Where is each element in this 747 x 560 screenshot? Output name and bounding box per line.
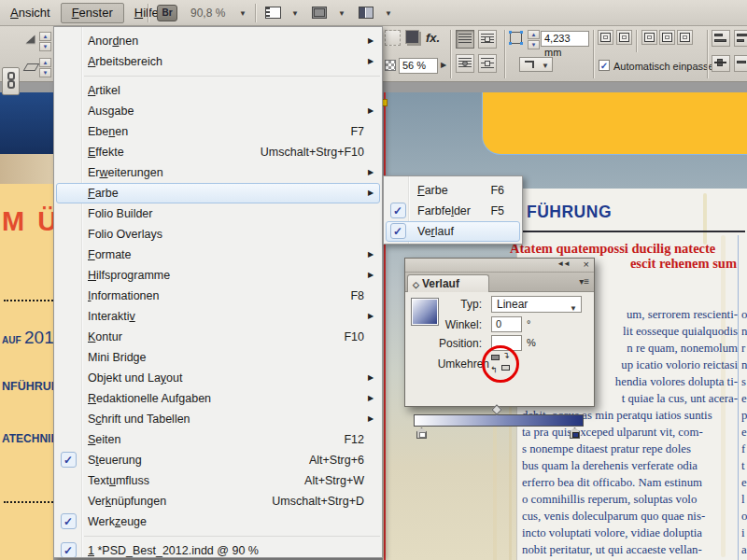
menu-item-label: Artikel — [88, 80, 364, 101]
menu-item-textumfluss[interactable]: TextumflussAlt+Strg+W — [56, 470, 380, 491]
menu-item-artikel[interactable]: Artikel — [56, 80, 380, 101]
menu-separator — [84, 536, 380, 537]
photo-grass-streak — [703, 193, 707, 245]
menu-item-folio-builder[interactable]: Folio Builder — [56, 203, 380, 224]
window-menu-dropdown: Anordnen▶Arbeitsbereich▶ArtikelAusgabe▶E… — [53, 26, 383, 558]
wrap-object-shape-button[interactable] — [456, 54, 474, 73]
position-label: Position: — [439, 337, 482, 350]
autofit-checkbox[interactable]: ✓ — [599, 60, 610, 71]
page-yellow-band — [482, 92, 747, 155]
menu-item-label: Farbe — [88, 183, 364, 203]
rotation-angle-icon — [25, 35, 35, 45]
menu-item-steuerung[interactable]: ✓SteuerungAlt+Strg+6 — [56, 450, 380, 470]
distribute-button-clipped[interactable] — [734, 55, 747, 72]
view-options-dropdown[interactable]: ▼ — [263, 5, 301, 21]
body-text-line-fragment: n — [741, 323, 747, 340]
distribute-button[interactable] — [712, 55, 730, 72]
rotation-angle-stepper[interactable]: ▲▼ — [39, 32, 51, 52]
gradient-type-dropdown[interactable]: Linear▼ — [491, 296, 582, 313]
menu-item-label: Informationen — [88, 286, 350, 306]
panel-title-bar[interactable]: ◄◄ × — [405, 259, 594, 273]
menu-shortcut: F5 — [490, 201, 504, 221]
screen-mode-icon — [312, 7, 327, 19]
drop-shadow-button[interactable] — [405, 30, 419, 44]
gradient-ramp[interactable] — [414, 414, 584, 427]
offset-stepper[interactable]: ▲▼ — [528, 30, 540, 50]
center-content-button[interactable] — [677, 30, 693, 45]
collapse-panels-icon[interactable]: ◄◄ — [557, 259, 570, 268]
opacity-input[interactable]: 56 % — [399, 58, 438, 74]
angle-input[interactable]: 0 — [491, 316, 522, 332]
body-text-line: o comnihillis reperum, soluptas volo — [522, 491, 738, 508]
effects-fx-button[interactable]: fx. — [426, 31, 440, 45]
shear-angle-icon — [23, 63, 40, 71]
fit-frame-to-content-button[interactable] — [616, 30, 632, 45]
menu-item-farbe[interactable]: Farbe▶ — [56, 183, 380, 203]
menu-item-anordnen[interactable]: Anordnen▶ — [56, 31, 380, 51]
align-button-clipped[interactable] — [734, 30, 747, 47]
zoom-dropdown-arrow-icon[interactable]: ▼ — [239, 9, 247, 18]
menu-item-hilfsprogramme[interactable]: Hilfsprogramme▶ — [56, 265, 380, 286]
check-icon: ✓ — [57, 511, 79, 532]
menu-item-werkzeuge[interactable]: ✓Werkzeuge — [56, 511, 380, 532]
menu-item-kontur[interactable]: KonturF10 — [56, 327, 380, 347]
page-heading: FÜHRUNG — [527, 203, 612, 222]
menu-item-ebenen[interactable]: EbenenF7 — [56, 121, 380, 142]
menu-item-label: Mini Bridge — [88, 347, 364, 368]
menu-item-verlauf[interactable]: ✓Verlauf — [386, 221, 520, 242]
fill-frame-proportionally-button[interactable] — [659, 30, 675, 45]
body-text-line-fragment: l — [741, 491, 747, 508]
fit-content-to-frame-button[interactable] — [598, 30, 613, 45]
wrap-none-button[interactable] — [456, 30, 474, 49]
body-text-line: erferro bea dit officabo. Nam estinum — [522, 474, 738, 491]
menu-item-ausgabe[interactable]: Ausgabe▶ — [56, 101, 380, 121]
body-text-line-fragment: f — [741, 441, 747, 457]
menu-item-schrift-und-tabellen[interactable]: Schrift und Tabellen▶ — [56, 409, 380, 429]
menu-item-verknüpfungen[interactable]: VerknüpfungenUmschalt+Strg+D — [56, 491, 380, 511]
arrange-documents-dropdown[interactable]: ▼ — [357, 5, 394, 21]
corner-options-dropdown[interactable]: ▼ — [519, 57, 553, 72]
menu-fenster[interactable]: Fenster — [61, 3, 124, 23]
menu-item-arbeitsbereich[interactable]: Arbeitsbereich▶ — [56, 51, 380, 72]
screen-mode-dropdown[interactable]: ▼ — [310, 5, 347, 21]
constrain-proportions-button[interactable] — [2, 67, 20, 95]
transparency-settings-icon[interactable] — [385, 30, 401, 46]
offset-input[interactable]: 4,233 mm — [541, 31, 589, 47]
menu-item-interaktiv[interactable]: Interaktiv▶ — [56, 306, 380, 327]
menu-item-erweiterungen[interactable]: Erweiterungen▶ — [56, 162, 380, 183]
opacity-flyout-arrow-icon[interactable]: ▶ — [441, 61, 446, 69]
menu-item-informationen[interactable]: InformationenF8 — [56, 286, 380, 306]
menu-ansicht[interactable]: Ansicht — [0, 3, 61, 23]
close-icon[interactable]: × — [584, 259, 588, 270]
menu-item-label: Hilfsprogramme — [88, 265, 364, 286]
gradient-type-value: Linear — [497, 298, 528, 311]
menu-item-farbe[interactable]: FarbeF6 — [386, 180, 520, 201]
dotted-rule — [4, 501, 53, 503]
menu-item-seiten[interactable]: SeitenF12 — [56, 429, 380, 450]
selected-frame-icon — [510, 32, 522, 44]
menu-item-1-psd-best-2012-indd-90[interactable]: ✓1 *PSD_Best_2012.indd @ 90 % — [56, 540, 380, 558]
menu-item-redaktionelle-aufgaben[interactable]: Redaktionelle Aufgaben▶ — [56, 388, 380, 409]
menu-item-mini-bridge[interactable]: Mini Bridge — [56, 347, 380, 368]
opacity-icon — [385, 60, 396, 71]
check-icon: ✓ — [57, 540, 79, 558]
wrap-jump-object-button[interactable] — [478, 54, 497, 73]
menu-item-folio-overlays[interactable]: Folio Overlays — [56, 224, 380, 245]
menu-item-label: Anordnen — [88, 31, 364, 51]
fit-content-proportionally-button[interactable] — [641, 30, 657, 45]
menu-item-formate[interactable]: Formate▶ — [56, 245, 380, 265]
page-navy-band — [0, 92, 53, 154]
bridge-button[interactable]: Br — [157, 5, 177, 21]
wrap-bounding-box-button[interactable] — [478, 30, 497, 49]
body-text-line: nobit peritatur, ut qui accaeste vellan- — [522, 541, 738, 558]
menu-item-objekt-und-layout[interactable]: Objekt und Layout▶ — [56, 368, 380, 388]
tab-verlauf[interactable]: ◇Verlauf — [407, 274, 489, 292]
shear-angle-stepper[interactable]: ▲▼ — [39, 58, 51, 78]
panel-menu-icon[interactable]: ▾≡ — [579, 276, 589, 287]
menu-item-effekte[interactable]: EffekteUmschalt+Strg+F10 — [56, 142, 380, 162]
intro-red-text: Atatem quatempossi ducilig natecte — [510, 241, 715, 257]
zoom-level-value[interactable]: 90,8 % — [190, 7, 225, 20]
panel-tab-row: ◇Verlauf ▾≡ — [405, 273, 594, 292]
align-left-edges-button[interactable] — [712, 30, 730, 47]
menu-item-farbfelder[interactable]: ✓FarbfelderF5 — [386, 201, 520, 221]
